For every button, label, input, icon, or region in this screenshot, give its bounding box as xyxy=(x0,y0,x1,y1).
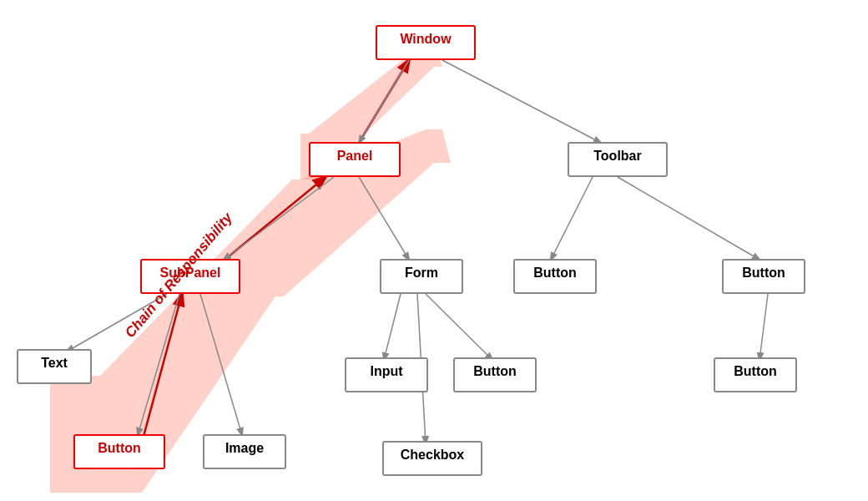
toolbar-button2-node: Button xyxy=(722,259,805,294)
toolbar-button1-node: Button xyxy=(513,259,597,294)
window-node: Window xyxy=(376,25,476,60)
subpanel-label: SubPanel xyxy=(160,266,221,280)
checkbox-label: Checkbox xyxy=(401,448,464,462)
input-node: Input xyxy=(345,357,428,392)
form-label: Form xyxy=(405,266,438,280)
subpanel-node: SubPanel xyxy=(140,259,240,294)
text-node: Text xyxy=(17,349,92,384)
toolbar-button1-label: Button xyxy=(533,266,577,280)
form-node: Form xyxy=(380,259,463,294)
panel-node: Panel xyxy=(309,142,401,177)
checkbox-node: Checkbox xyxy=(382,441,482,476)
form-button-node: Button xyxy=(453,357,537,392)
toolbar-button2b-label: Button xyxy=(734,364,777,378)
panel-label: Panel xyxy=(337,149,373,163)
toolbar-button2-label: Button xyxy=(742,266,785,280)
toolbar-node: Toolbar xyxy=(568,142,668,177)
image-label: Image xyxy=(225,441,264,455)
form-button-label: Button xyxy=(473,364,517,378)
subpanel-button-node: Button xyxy=(73,434,165,469)
subpanel-button-label: Button xyxy=(98,441,141,455)
toolbar-label: Toolbar xyxy=(593,149,641,163)
window-label: Window xyxy=(400,32,451,46)
input-label: Input xyxy=(370,364,402,378)
image-node: Image xyxy=(203,434,286,469)
toolbar-button2b-node: Button xyxy=(714,357,797,392)
text-label: Text xyxy=(41,356,68,370)
